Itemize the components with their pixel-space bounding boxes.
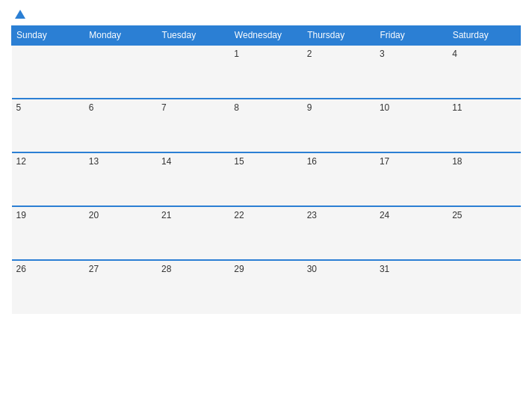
day-number: 5 [16, 102, 22, 113]
weekday-friday: Friday [375, 26, 448, 46]
day-number: 2 [307, 49, 312, 59]
day-cell-17: 17 [375, 152, 448, 206]
day-cell-20: 20 [84, 206, 157, 260]
day-number: 20 [89, 210, 99, 220]
day-cell-9: 9 [303, 99, 375, 152]
day-number: 13 [89, 156, 99, 167]
day-cell-29: 29 [229, 260, 302, 314]
day-number: 27 [89, 264, 99, 274]
day-cell-21: 21 [157, 206, 229, 260]
weekday-tuesday: Tuesday [157, 26, 229, 46]
day-number: 29 [234, 264, 244, 274]
weekday-wednesday: Wednesday [229, 26, 302, 46]
day-cell-28: 28 [157, 260, 229, 314]
day-number: 31 [380, 264, 389, 274]
day-number: 23 [307, 210, 317, 220]
calendar-wrapper: SundayMondayTuesdayWednesdayThursdayFrid… [0, 0, 532, 411]
day-cell-23: 23 [303, 206, 375, 260]
day-cell-6: 6 [84, 99, 157, 152]
day-number: 3 [380, 49, 385, 59]
day-cell-24: 24 [375, 206, 448, 260]
day-number: 22 [234, 210, 244, 220]
day-number: 19 [16, 210, 26, 220]
week-row-4: 262728293031 [12, 260, 521, 314]
day-number: 24 [380, 210, 389, 220]
day-number: 25 [452, 210, 462, 220]
week-row-0: 1234 [12, 45, 521, 99]
weekday-monday: Monday [84, 26, 157, 46]
day-cell-2: 2 [303, 45, 375, 99]
week-row-2: 12131415161718 [12, 152, 521, 206]
day-cell-1: 1 [229, 45, 302, 99]
day-number: 4 [452, 49, 457, 59]
day-cell-15: 15 [229, 152, 302, 206]
day-number: 12 [16, 156, 26, 167]
day-number: 9 [307, 102, 312, 113]
day-number: 16 [307, 156, 317, 167]
day-number: 21 [161, 210, 171, 220]
day-cell-13: 13 [84, 152, 157, 206]
weekday-sunday: Sunday [12, 26, 84, 46]
day-cell-16: 16 [303, 152, 375, 206]
calendar-header [11, 7, 521, 19]
day-cell-11: 11 [448, 99, 520, 152]
logo-triangle-icon [15, 10, 25, 19]
day-number: 8 [234, 102, 239, 113]
day-cell-25: 25 [448, 206, 520, 260]
day-number: 17 [380, 156, 389, 167]
day-cell-26: 26 [12, 260, 84, 314]
day-cell-empty [12, 45, 84, 99]
day-number: 15 [234, 156, 244, 167]
day-cell-10: 10 [375, 99, 448, 152]
day-number: 26 [16, 264, 26, 274]
weekday-header-row: SundayMondayTuesdayWednesdayThursdayFrid… [12, 26, 521, 46]
day-cell-19: 19 [12, 206, 84, 260]
weekday-thursday: Thursday [303, 26, 375, 46]
day-cell-18: 18 [448, 152, 520, 206]
day-number: 11 [452, 102, 462, 113]
day-number: 28 [161, 264, 171, 274]
day-cell-22: 22 [229, 206, 302, 260]
day-number: 6 [89, 102, 94, 113]
day-cell-27: 27 [84, 260, 157, 314]
day-cell-5: 5 [12, 99, 84, 152]
day-number: 30 [307, 264, 317, 274]
day-cell-8: 8 [229, 99, 302, 152]
day-cell-12: 12 [12, 152, 84, 206]
day-cell-14: 14 [157, 152, 229, 206]
day-number: 1 [234, 49, 239, 59]
day-number: 7 [161, 102, 167, 113]
calendar-table: SundayMondayTuesdayWednesdayThursdayFrid… [11, 25, 521, 314]
day-number: 10 [380, 102, 389, 113]
week-row-1: 567891011 [12, 99, 521, 152]
day-number: 18 [452, 156, 462, 167]
day-cell-3: 3 [375, 45, 448, 99]
day-number: 14 [161, 156, 171, 167]
day-cell-4: 4 [448, 45, 520, 99]
week-row-3: 19202122232425 [12, 206, 521, 260]
day-cell-31: 31 [375, 260, 448, 314]
day-cell-7: 7 [157, 99, 229, 152]
day-cell-empty [157, 45, 229, 99]
day-cell-30: 30 [303, 260, 375, 314]
day-cell-empty [84, 45, 157, 99]
day-cell-empty [448, 260, 520, 314]
logo [13, 7, 25, 19]
weekday-saturday: Saturday [448, 26, 520, 46]
